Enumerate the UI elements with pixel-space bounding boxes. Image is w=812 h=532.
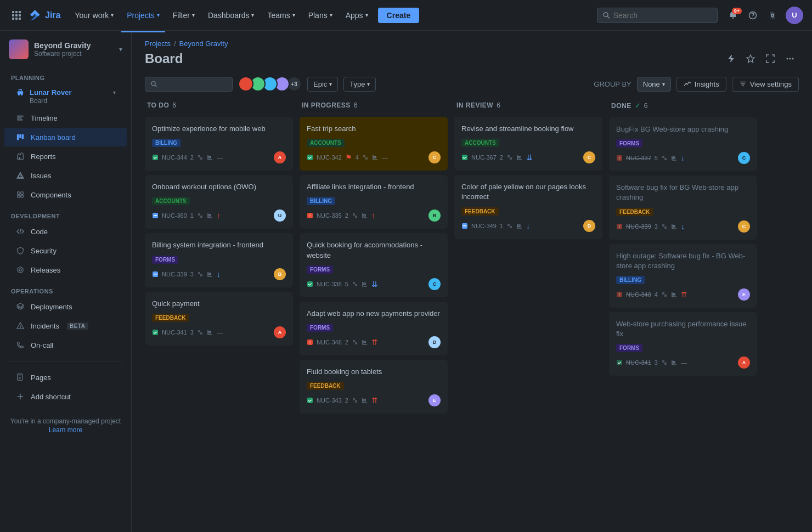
svg-rect-46 (153, 155, 158, 160)
avatar-nuc335: B (428, 210, 441, 222)
svg-rect-54 (153, 330, 158, 335)
card-nuc343[interactable]: Fluid booking on tablets FEEDBACK NUC-34… (300, 360, 448, 414)
grid-icon[interactable] (9, 8, 24, 23)
card-title: Quick booking for accommodations - websi… (307, 240, 441, 260)
beta-badge: BETA (67, 322, 88, 330)
notifications-button[interactable]: 9+ (724, 7, 742, 24)
subtask-icon (207, 154, 213, 161)
timeline-label: Timeline (31, 114, 58, 122)
nav-plans[interactable]: Plans ▾ (303, 8, 338, 23)
board-search-input[interactable] (160, 80, 227, 88)
card-title: Onboard workout options (OWO) (152, 182, 286, 192)
card-nuc344[interactable]: Optimize experience for mobile web BILLI… (145, 117, 293, 171)
star-button[interactable] (742, 50, 759, 67)
issues-label: Issues (31, 172, 52, 180)
card-nuc341-done[interactable]: Web-store purchasing performance issue f… (609, 312, 757, 376)
avatar-nuc349: D (583, 220, 595, 232)
view-settings-button[interactable]: View settings (732, 77, 799, 92)
sidebar-item-timeline[interactable]: Timeline (4, 109, 127, 127)
settings-button[interactable] (764, 7, 781, 24)
column-done-count: 6 (644, 102, 648, 110)
avatar-nuc339: B (274, 268, 286, 280)
label-feedback: FEEDBACK (461, 207, 499, 216)
add-shortcut-label: Add shortcut (31, 393, 71, 401)
svg-rect-20 (22, 134, 24, 139)
learn-more-link[interactable]: Learn more (9, 426, 122, 434)
create-button[interactable]: Create (378, 8, 420, 23)
board-search[interactable] (145, 77, 233, 92)
sidebar-item-pages[interactable]: Pages (4, 368, 127, 387)
card-nuc335[interactable]: Affiliate links integration - frontend B… (300, 175, 448, 229)
svg-rect-22 (21, 192, 23, 194)
card-nuc337-done[interactable]: BugFix BG Web-store app crashing FORMS !… (609, 117, 757, 171)
search-box[interactable] (597, 8, 718, 23)
breadcrumb-project-name[interactable]: Beyond Gravity (179, 39, 228, 48)
label-feedback: FEEDBACK (152, 314, 189, 322)
card-nuc339-todo[interactable]: Billing system integration - frontend FO… (145, 233, 293, 287)
none-dropdown[interactable]: None ▾ (637, 77, 671, 92)
card-id: NUC-346 (317, 339, 342, 346)
card-title: Color of pale yellow on our pages looks … (461, 182, 595, 202)
nav-apps[interactable]: Apps ▾ (340, 8, 374, 23)
sidebar-item-components[interactable]: Components (4, 185, 127, 204)
breadcrumb-projects[interactable]: Projects (145, 39, 171, 48)
user-avatar[interactable]: U (786, 7, 803, 24)
card-nuc336[interactable]: Quick booking for accommodations - websi… (300, 233, 448, 297)
jira-logo[interactable]: Jira (29, 9, 60, 22)
sidebar-item-incidents[interactable]: Incidents BETA (4, 316, 127, 335)
subtask-icon (207, 271, 213, 278)
nav-teams[interactable]: Teams ▾ (262, 8, 300, 23)
card-nuc342[interactable]: Fast trip search ACCOUNTS NUC-342 ⚑ 4 — … (300, 117, 448, 171)
card-nuc349[interactable]: Color of pale yellow on our pages looks … (454, 175, 602, 239)
sidebar-item-releases[interactable]: Releases (4, 261, 127, 279)
svg-point-26 (18, 267, 24, 273)
insights-button[interactable]: Insights (676, 77, 726, 92)
search-input[interactable] (613, 11, 712, 20)
code-label: Code (31, 228, 48, 236)
top-nav: Jira Your work ▾ Projects ▾ Filter ▾ Das… (0, 0, 812, 31)
sidebar-item-add-shortcut[interactable]: Add shortcut (4, 387, 127, 406)
more-button[interactable] (781, 50, 799, 67)
card-nuc367[interactable]: Revise and streamline booking flow ACCOU… (454, 117, 602, 171)
sidebar-item-lunar-rover[interactable]: Lunar Rover ▾ Board (4, 84, 127, 108)
avatar-1[interactable] (238, 76, 253, 92)
help-button[interactable] (744, 7, 762, 24)
svg-rect-16 (17, 117, 22, 118)
nav-filter[interactable]: Filter ▾ (167, 8, 200, 23)
project-name: Beyond Gravity (34, 41, 114, 50)
sidebar-item-reports[interactable]: Reports (4, 147, 127, 166)
card-id: NUC-337 (626, 155, 651, 161)
nav-projects[interactable]: Projects ▾ (121, 8, 165, 23)
label-accounts: ACCOUNTS (461, 139, 499, 147)
add-shortcut-icon (15, 392, 25, 401)
label-accounts: ACCOUNTS (307, 139, 345, 147)
avatar-nuc341: A (274, 326, 286, 338)
card-nuc341-todo[interactable]: Quick payment FEEDBACK NUC-341 3 — A (145, 292, 293, 346)
sidebar-item-kanban[interactable]: Kanban board (4, 128, 127, 146)
svg-rect-71 (463, 225, 466, 227)
subtask-icon (671, 359, 678, 366)
project-header[interactable]: Beyond Gravity Software project ▾ (0, 31, 131, 66)
card-id: NUC-336 (317, 281, 342, 287)
card-nuc360[interactable]: Onboard workout options (OWO) ACCOUNTS N… (145, 175, 293, 229)
card-nuc340-done[interactable]: High outage: Software bug fix - BG Web-s… (609, 244, 757, 308)
sidebar-item-deployments[interactable]: Deployments (4, 297, 127, 316)
sidebar-item-oncall[interactable]: On-call (4, 336, 127, 354)
sidebar-item-issues[interactable]: Issues (4, 166, 127, 185)
nav-dashboards[interactable]: Dashboards ▾ (202, 8, 260, 23)
card-nuc346[interactable]: Adapt web app no new payments provider F… (300, 302, 448, 355)
subtask-icon (671, 291, 678, 298)
fullscreen-button[interactable] (762, 50, 779, 67)
card-nuc339-done[interactable]: Software bug fix for BG Web-store app cr… (609, 176, 757, 239)
sidebar-item-code[interactable]: Code (4, 222, 127, 241)
epic-filter[interactable]: Epic ▾ (307, 77, 338, 92)
svg-rect-18 (17, 134, 19, 140)
column-inreview-header: IN REVIEW 6 (454, 98, 602, 112)
child-icon (352, 212, 358, 219)
nav-your-work[interactable]: Your work ▾ (69, 8, 119, 23)
lightning-button[interactable] (722, 50, 740, 67)
type-filter[interactable]: Type ▾ (343, 77, 376, 92)
label-billing: BILLING (307, 197, 335, 205)
svg-point-27 (19, 269, 21, 271)
sidebar-item-security[interactable]: Security (4, 241, 127, 260)
